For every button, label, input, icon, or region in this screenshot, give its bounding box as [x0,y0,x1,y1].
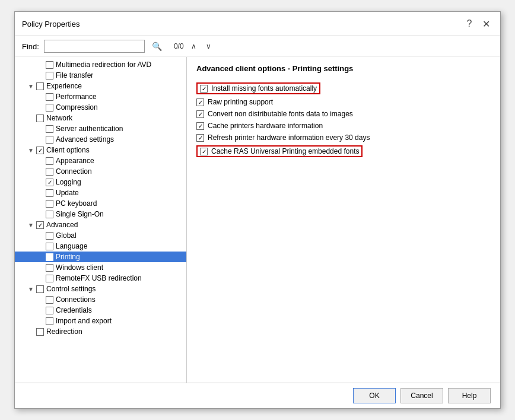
tree-label-update: Update [56,189,79,197]
option-label-convert-fonts: Convert non distributable fonts data to … [208,110,353,118]
tree-checkbox-advanced-settings[interactable] [46,136,53,144]
tree-checkbox-appearance[interactable] [46,157,53,165]
tree-item-control-settings[interactable]: ▼Control settings [15,284,186,294]
tree-item-compression[interactable]: Compression [15,102,186,113]
expander-icon [36,178,44,186]
help-title-button[interactable]: ? [462,17,476,31]
tree-label-server-authentication: Server authentication [56,125,123,133]
tree-label-multimedia-redirection: Multimedia redirection for AVD [56,61,151,69]
tree-item-client-options[interactable]: ▼Client options [15,145,186,155]
tree-item-appearance[interactable]: Appearance [15,155,186,166]
tree-checkbox-windows-client[interactable] [46,264,53,272]
tree-checkbox-remotefx-usb[interactable] [46,275,53,282]
content-area: Multimedia redirection for AVDFile trans… [15,57,500,383]
title-bar: Policy Properties ? ✕ [15,12,500,36]
expander-icon [36,263,44,272]
tree-item-pc-keyboard[interactable]: PC keyboard [15,198,186,209]
tree-checkbox-pc-keyboard[interactable] [46,200,53,208]
tree-item-credentials[interactable]: Credentials [15,305,186,316]
tree-item-performance[interactable]: Performance [15,91,186,102]
tree-item-connection[interactable]: Connection [15,166,186,177]
expander-icon: ▼ [27,221,35,229]
tree-checkbox-multimedia-redirection[interactable] [46,61,53,69]
tree-checkbox-connections[interactable] [46,296,53,304]
option-checkbox-cache-printers-hw[interactable] [196,122,204,130]
highlighted-option-install-missing-fonts: Install missing fonts automatically [196,82,320,94]
expander-icon [36,242,44,250]
expander-icon [36,199,44,208]
expander-icon: ▼ [27,146,35,154]
tree-checkbox-credentials[interactable] [46,307,53,314]
option-checkbox-install-missing-fonts[interactable] [200,85,208,93]
tree-label-logging: Logging [56,178,81,186]
tree-checkbox-network[interactable] [36,114,44,122]
tree-label-redirection: Redirection [46,327,82,336]
tree-label-credentials: Credentials [56,306,92,314]
find-input[interactable] [44,40,145,53]
tree-checkbox-connection[interactable] [46,168,53,176]
find-up-button[interactable]: ∧ [189,41,199,52]
help-button[interactable]: Help [448,388,491,403]
find-search-button[interactable]: 🔍 [150,42,164,51]
tree-checkbox-performance[interactable] [46,93,53,101]
tree-item-printing[interactable]: Printing [15,252,186,262]
tree-checkbox-experience[interactable] [36,82,44,90]
tree-label-advanced-settings: Advanced settings [56,135,114,144]
tree-checkbox-client-options[interactable] [36,147,44,154]
tree-item-multimedia-redirection[interactable]: Multimedia redirection for AVD [15,59,186,70]
tree-item-file-transfer[interactable]: File transfer [15,70,186,81]
tree-item-logging[interactable]: Logging [15,177,186,187]
tree-item-experience[interactable]: ▼Experience [15,81,186,91]
expander-icon [36,103,44,112]
ok-button[interactable]: OK [353,388,396,403]
option-checkbox-cache-ras-fonts[interactable] [200,148,208,155]
tree-panel: Multimedia redirection for AVDFile trans… [15,57,187,383]
tree-item-language[interactable]: Language [15,241,186,252]
option-checkbox-raw-printing[interactable] [196,98,204,106]
footer: OK Cancel Help [15,383,500,408]
tree-item-import-export[interactable]: Import and export [15,316,186,326]
tree-checkbox-global[interactable] [46,232,53,240]
close-title-button[interactable]: ✕ [479,17,493,31]
tree-item-connections[interactable]: Connections [15,294,186,305]
tree-checkbox-redirection[interactable] [36,328,44,336]
tree-label-printing: Printing [56,253,80,261]
find-counter: 0/0 [174,42,184,50]
option-row-refresh-printer-hw: Refresh printer hardware information eve… [196,133,491,142]
tree-checkbox-printing[interactable] [46,253,53,261]
tree-label-performance: Performance [56,93,97,101]
option-checkbox-convert-fonts[interactable] [196,110,204,118]
tree-label-client-options: Client options [46,146,90,154]
find-down-button[interactable]: ∨ [204,41,214,52]
tree-item-global[interactable]: Global [15,230,186,241]
tree-item-remotefx-usb[interactable]: RemoteFX USB redirection [15,273,186,284]
tree-checkbox-compression[interactable] [46,104,53,112]
tree-checkbox-file-transfer[interactable] [46,72,53,79]
tree-item-redirection[interactable]: Redirection [15,326,186,337]
tree-checkbox-import-export[interactable] [46,317,53,325]
tree-item-windows-client[interactable]: Windows client [15,262,186,273]
tree-checkbox-update[interactable] [46,189,53,197]
tree-item-update[interactable]: Update [15,187,186,198]
expander-icon: ▼ [27,82,35,90]
tree-label-advanced: Advanced [46,221,78,229]
tree-item-network[interactable]: Network [15,113,186,123]
tree-checkbox-server-authentication[interactable] [46,125,53,133]
option-row-cache-printers-hw: Cache printers hardware information [196,122,491,130]
tree-checkbox-language[interactable] [46,243,53,250]
tree-checkbox-single-sign-on[interactable] [46,211,53,218]
tree-item-advanced-settings[interactable]: Advanced settings [15,134,186,145]
expander-icon [36,61,44,69]
tree-label-experience: Experience [46,82,82,90]
tree-label-language: Language [56,242,87,250]
tree-item-server-authentication[interactable]: Server authentication [15,123,186,134]
expander-icon [36,189,44,197]
tree-checkbox-logging[interactable] [46,179,53,186]
option-checkbox-refresh-printer-hw[interactable] [196,134,204,142]
tree-checkbox-advanced[interactable] [36,221,44,229]
tree-item-advanced[interactable]: ▼Advanced [15,219,186,230]
tree-checkbox-control-settings[interactable] [36,285,44,293]
tree-item-single-sign-on[interactable]: Single Sign-On [15,209,186,219]
tree-label-pc-keyboard: PC keyboard [56,199,97,208]
cancel-button[interactable]: Cancel [400,388,443,403]
